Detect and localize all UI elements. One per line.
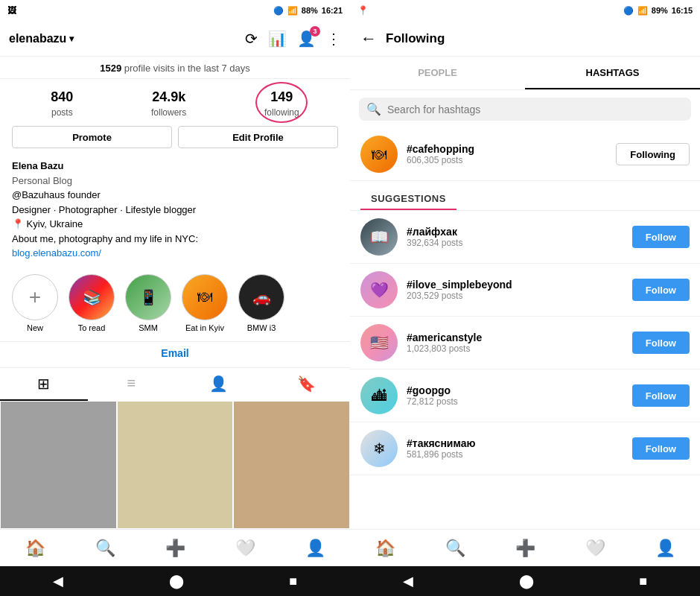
suggestions-label: SUGGESTIONS	[360, 184, 456, 210]
laifkhak-posts: 392,634 posts	[407, 238, 623, 248]
cafehopping-icon: 🍽	[360, 136, 398, 173]
recent-sys-right-icon[interactable]: ■	[639, 574, 647, 589]
highlight-smm[interactable]: 📱 SMM	[125, 274, 171, 332]
goopgo-name: #goopgo	[407, 384, 623, 396]
takjasnimaju-info: #такяснимаю 581,896 posts	[407, 437, 623, 460]
stats-row: 840 posts 24.9k followers 149 following	[0, 79, 350, 126]
takjasnimaju-follow-button[interactable]: Follow	[632, 437, 690, 460]
laifkhak-avatar: 📖	[360, 218, 398, 256]
goopgo-posts: 72,812 posts	[407, 396, 623, 407]
followers-count: 24.9k	[151, 89, 186, 105]
battery-left: 88%	[302, 6, 318, 15]
posts-label: posts	[51, 107, 73, 118]
bio-link[interactable]: blog.elenabazu.com/	[12, 247, 101, 259]
history-icon[interactable]: ⟳	[245, 30, 258, 48]
goopgo-follow-button[interactable]: Follow	[632, 384, 690, 407]
top-nav-icons: ⟳ 📊 👤 3 ⋮	[245, 30, 341, 48]
email-section[interactable]: Email	[0, 341, 350, 367]
home-sys-right-icon[interactable]: ⬤	[519, 573, 534, 589]
following-cafehopping: 🍽 #cafehopping 606,305 posts Following	[350, 128, 700, 181]
highlight-eatinkyiv[interactable]: 🍽 Eat in Kyiv	[182, 274, 228, 332]
stat-followers: 24.9k followers	[151, 89, 186, 118]
sys-nav-right: ◀ ⬤ ■	[350, 566, 700, 596]
tab-people[interactable]: PEOPLE	[350, 57, 525, 89]
back-sys-icon[interactable]: ◀	[53, 573, 63, 589]
suggestions-section: SUGGESTIONS	[350, 181, 700, 211]
highlight-circle-eatinkyiv: 🍽	[182, 274, 228, 320]
hashtag-search-bar[interactable]: 🔍	[359, 98, 691, 121]
battery-right: 89%	[652, 6, 668, 15]
eatinkyiv-icon: 🍽	[182, 275, 227, 320]
right-bottom-heart-icon[interactable]: 🤍	[585, 539, 605, 558]
following-label: following	[264, 107, 299, 118]
photo-icon: 🖼	[7, 5, 16, 16]
bottom-heart-icon[interactable]: 🤍	[235, 539, 255, 558]
bottom-profile-icon[interactable]: 👤	[305, 539, 325, 558]
profile-tabs: ⊞ ≡ 👤 🔖	[0, 367, 350, 401]
photo-cell-1[interactable]	[0, 401, 117, 530]
cafehopping-avatar: 🍽	[360, 136, 398, 173]
suggestion-simplebeyond: 💜 #ilove_simplebeyond 203,529 posts Foll…	[350, 264, 700, 317]
cafehopping-follow-button[interactable]: Following	[616, 143, 690, 165]
highlight-bmw[interactable]: 🚗 BMW i3	[238, 274, 284, 332]
tab-hashtags[interactable]: HASHTAGS	[525, 57, 700, 89]
bio-line4: About me, photography and my life in NYC…	[12, 232, 338, 247]
highlight-circle-bmw: 🚗	[238, 274, 284, 320]
time-right: 16:15	[672, 6, 693, 15]
stats-icon[interactable]: 📊	[268, 30, 287, 48]
status-right-info: 🔵 📶 88% 16:21	[273, 6, 343, 16]
top-nav-left: elenabazu ▾ ⟳ 📊 👤 3 ⋮	[0, 21, 350, 57]
username-area[interactable]: elenabazu ▾	[9, 32, 74, 45]
bottom-add-icon[interactable]: ➕	[165, 539, 185, 558]
right-bottom-add-icon[interactable]: ➕	[515, 539, 535, 558]
simplebeyond-follow-button[interactable]: Follow	[632, 279, 690, 301]
stat-following[interactable]: 149 following	[264, 89, 299, 118]
hashtags-tab-label: HASHTAGS	[586, 67, 640, 78]
stat-posts: 840 posts	[51, 89, 73, 118]
laifkhak-name: #лайфхак	[407, 226, 623, 238]
toread-icon: 📚	[69, 275, 114, 320]
right-bottom-profile-icon[interactable]: 👤	[655, 539, 675, 558]
back-sys-right-icon[interactable]: ◀	[403, 573, 413, 589]
highlight-circle-toread: 📚	[69, 274, 115, 320]
bio-line1: @Bazuhaus founder	[12, 188, 338, 203]
highlights-row: + New 📚 To read 📱 SMM 🍽 Eat in Kyiv	[0, 268, 350, 341]
right-bottom-search-icon[interactable]: 🔍	[445, 539, 465, 558]
bmw-icon: 🚗	[239, 275, 284, 320]
recent-sys-icon[interactable]: ■	[289, 574, 297, 589]
cafehopping-posts: 606,305 posts	[407, 155, 607, 165]
bottom-search-icon[interactable]: 🔍	[95, 539, 115, 558]
more-icon[interactable]: ⋮	[326, 30, 341, 48]
posts-count: 840	[51, 89, 73, 105]
bottom-home-icon[interactable]: 🏠	[25, 539, 45, 558]
tab-grid[interactable]: ⊞	[0, 368, 88, 401]
promote-button[interactable]: Promote	[12, 126, 172, 148]
highlight-new[interactable]: + New	[12, 274, 58, 332]
email-link[interactable]: Email	[161, 347, 188, 359]
back-button[interactable]: ←	[360, 29, 377, 48]
status-right-left: 📍	[357, 5, 369, 16]
tab-saved[interactable]: 🔖	[263, 368, 351, 401]
hashtag-search-input[interactable]	[387, 104, 684, 115]
americanstyle-info: #americanstyle 1,023,803 posts	[407, 332, 623, 354]
bio-line2: Designer · Photographer · Lifestyle blog…	[12, 203, 338, 218]
visits-text: profile visits in the last 7 days	[124, 63, 250, 74]
photo-cell-3[interactable]	[233, 401, 350, 530]
highlight-circle-smm: 📱	[125, 274, 171, 320]
photo-cell-2[interactable]	[117, 401, 234, 530]
highlight-toread[interactable]: 📚 To read	[69, 274, 115, 332]
status-left-info: 🖼	[7, 5, 16, 16]
home-sys-icon[interactable]: ⬤	[169, 573, 184, 589]
bio-section: Elena Bazu Personal Blog @Bazuhaus found…	[0, 156, 350, 268]
page-title: Following	[386, 31, 445, 46]
laifkhak-follow-button[interactable]: Follow	[632, 226, 690, 248]
highlight-label-eatinkyiv: Eat in Kyiv	[185, 323, 224, 332]
right-bottom-home-icon[interactable]: 🏠	[375, 539, 395, 558]
edit-profile-button[interactable]: Edit Profile	[178, 126, 338, 148]
tab-tagged[interactable]: 👤	[175, 368, 263, 401]
americanstyle-follow-button[interactable]: Follow	[632, 332, 690, 354]
simplebeyond-avatar: 💜	[360, 271, 398, 308]
highlight-label-toread: To read	[78, 323, 106, 332]
tab-list[interactable]: ≡	[88, 368, 176, 401]
add-friend-icon[interactable]: 👤 3	[297, 30, 316, 48]
